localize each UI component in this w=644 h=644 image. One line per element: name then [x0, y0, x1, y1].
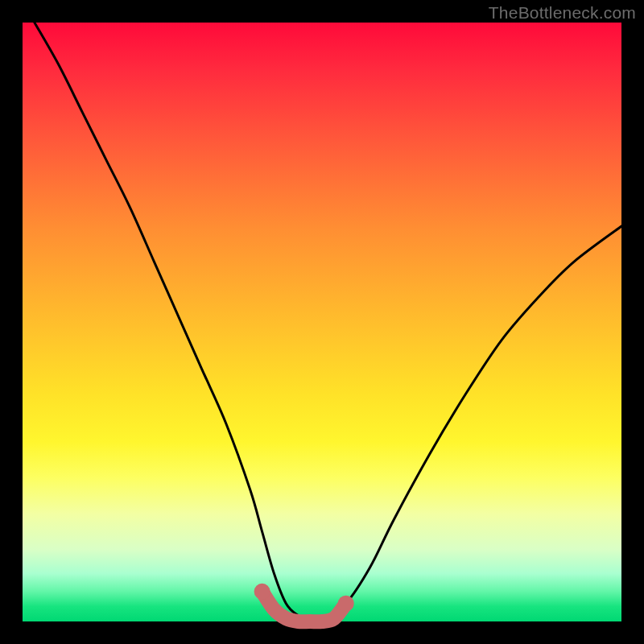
watermark-text: TheBottleneck.com	[489, 3, 636, 23]
chart-svg	[23, 23, 621, 621]
salmon-trough-path	[262, 592, 346, 621]
salmon-trough-endpoint	[338, 596, 354, 612]
bottleneck-curve-path	[35, 23, 621, 623]
salmon-trough-endpoint	[254, 584, 270, 600]
chart-area	[23, 23, 621, 621]
